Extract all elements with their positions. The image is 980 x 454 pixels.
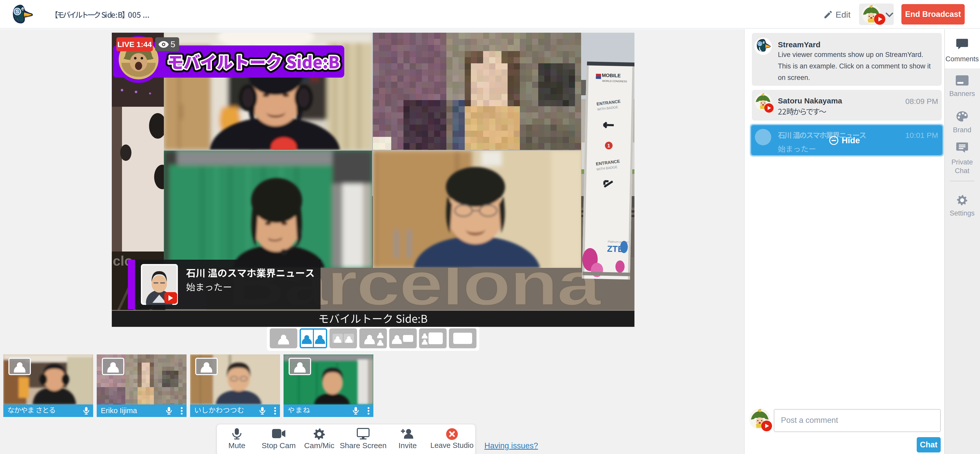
svg-text:S: S	[16, 9, 19, 14]
svg-text:WORLD CONGRESS: WORLD CONGRESS	[602, 80, 627, 83]
svg-text:MOBILE: MOBILE	[602, 73, 620, 78]
svg-text:S: S	[759, 42, 761, 46]
svg-text:1: 1	[608, 143, 610, 148]
